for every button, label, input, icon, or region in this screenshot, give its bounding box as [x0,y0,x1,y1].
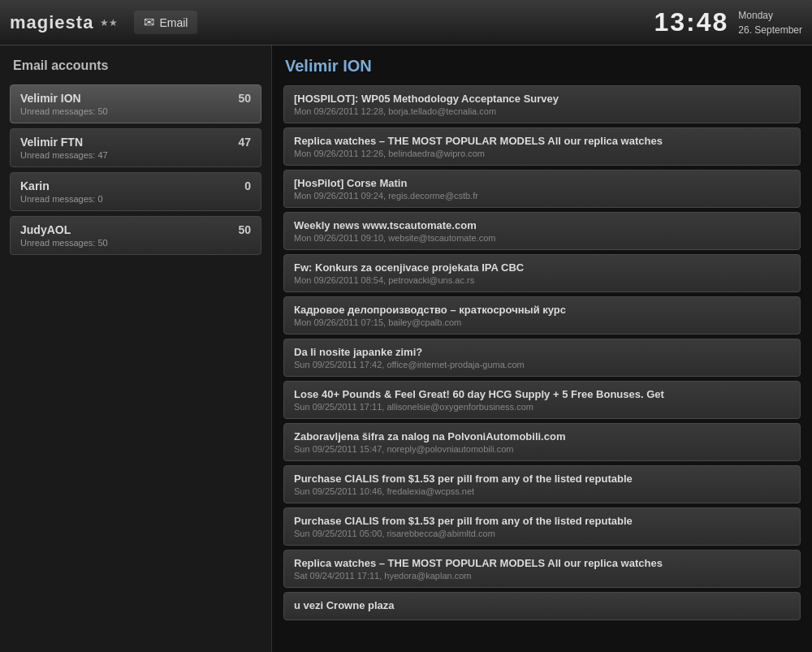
accounts-list: Velimir ION 50 Unread messages: 50 Velim… [10,84,261,255]
logo: magiesta★★ ✉ Email [10,11,197,34]
account-item[interactable]: JudyAOL 50 Unread messages: 50 [10,216,261,255]
account-count: 47 [238,136,251,149]
account-unread: Unread messages: 50 [20,238,251,248]
email-item[interactable]: Da li nosite japanke zimi? Sun 09/25/201… [283,339,801,377]
email-item[interactable]: Replica watches – THE MOST POPULAR MODEL… [283,127,801,166]
sidebar-title: Email accounts [10,58,261,73]
email-meta: Sun 09/25/2011 10:46, fredalexia@wcpss.n… [294,486,790,496]
email-meta: Sat 09/24/2011 17:11, hyedora@kaplan.com [294,571,790,581]
clock-date-text: 26. September [738,23,802,37]
email-subject: Lose 40+ Pounds & Feel Great! 60 day HCG… [294,388,790,400]
emails-list: [HOSPILOT]: WP05 Methodology Acceptance … [283,85,801,620]
logo-text: magiesta [10,12,93,33]
account-name: Karin [20,179,50,192]
logo-stars: ★★ [100,17,118,28]
account-unread: Unread messages: 47 [20,150,251,160]
topbar: magiesta★★ ✉ Email 13:48 Monday 26. Sept… [0,0,812,45]
clock-day: Monday [738,8,773,23]
account-name: JudyAOL [20,223,71,236]
clock-area: 13:48 Monday 26. September [654,7,802,37]
email-meta: Sun 09/25/2011 05:00, risarebbecca@abiml… [294,529,790,538]
email-item[interactable]: [HOSPILOT]: WP05 Methodology Acceptance … [283,85,801,123]
email-item[interactable]: [HosPilot] Corse Matin Mon 09/26/2011 09… [283,170,801,208]
email-subject: Purchase CIALIS from $1.53 per pill from… [294,515,790,527]
email-meta: Sun 09/25/2011 15:47, noreply@polovniaut… [294,444,790,454]
email-subject: Purchase CIALIS from $1.53 per pill from… [294,473,790,485]
sidebar: Email accounts Velimir ION 50 Unread mes… [0,45,272,652]
email-subject: Zaboravljena šifra za nalog na PolvoniAu… [294,430,790,443]
account-unread: Unread messages: 0 [20,194,251,204]
email-meta: Mon 09/26/2011 09:24, regis.decorme@cstb… [294,191,790,201]
email-item[interactable]: Purchase CIALIS from $1.53 per pill from… [283,465,801,503]
email-item[interactable]: Кадровое делопроизводство – краткосрочны… [283,296,801,335]
account-name: Velimir FTN [20,136,83,149]
account-count: 50 [238,92,251,105]
email-subject: [HosPilot] Corse Matin [294,177,790,189]
email-meta: Mon 09/26/2011 08:54, petrovacki@uns.ac.… [294,275,790,285]
email-item[interactable]: Purchase CIALIS from $1.53 per pill from… [283,507,801,546]
email-item[interactable]: Replica watches – THE MOST POPULAR MODEL… [283,550,801,588]
email-subject: u vezi Crowne plaza [294,599,790,611]
email-meta: Mon 09/26/2011 07:15, bailey@cpalb.com [294,317,790,327]
account-item[interactable]: Velimir ION 50 Unread messages: 50 [10,84,261,123]
clock-time: 13:48 [654,7,728,37]
email-meta: Mon 09/26/2011 12:28, borja.tellado@tecn… [294,106,790,116]
email-subject: Weekly news www.tscautomate.com [294,219,790,231]
clock-date: Monday 26. September [738,8,802,37]
account-name: Velimir ION [20,92,81,105]
email-meta: Sun 09/25/2011 17:11, allisonelsie@oxyge… [294,402,790,412]
email-item[interactable]: Lose 40+ Pounds & Feel Great! 60 day HCG… [283,381,801,419]
email-item[interactable]: Weekly news www.tscautomate.com Mon 09/2… [283,212,801,250]
email-subject: Replica watches – THE MOST POPULAR MODEL… [294,135,790,147]
email-subject: [HOSPILOT]: WP05 Methodology Acceptance … [294,93,790,105]
email-panel: Velimir ION [HOSPILOT]: WP05 Methodology… [272,45,812,652]
email-item[interactable]: Zaboravljena šifra za nalog na PolvoniAu… [283,423,801,461]
account-unread: Unread messages: 50 [20,106,251,116]
email-subject: Da li nosite japanke zimi? [294,346,790,358]
app-label[interactable]: ✉ Email [134,11,197,34]
email-subject: Кадровое делопроизводство – краткосрочны… [294,304,790,316]
email-item[interactable]: u vezi Crowne plaza [283,592,801,620]
email-meta: Mon 09/26/2011 09:10, website@tscautomat… [294,233,790,243]
email-subject: Fw: Konkurs za ocenjivace projekata IPA … [294,261,790,274]
account-item[interactable]: Karin 0 Unread messages: 0 [10,172,261,211]
account-count: 0 [244,179,251,192]
email-meta: Mon 09/26/2011 12:26, belindaedra@wipro.… [294,149,790,158]
email-meta: Sun 09/25/2011 17:42, office@internet-pr… [294,360,790,369]
email-panel-title: Velimir ION [283,57,801,76]
app-label-text: Email [159,16,188,29]
account-item[interactable]: Velimir FTN 47 Unread messages: 47 [10,128,261,167]
email-icon: ✉ [144,15,154,30]
account-count: 50 [238,223,251,236]
main: Email accounts Velimir ION 50 Unread mes… [0,45,812,652]
email-subject: Replica watches – THE MOST POPULAR MODEL… [294,557,790,569]
email-item[interactable]: Fw: Konkurs za ocenjivace projekata IPA … [283,254,801,292]
